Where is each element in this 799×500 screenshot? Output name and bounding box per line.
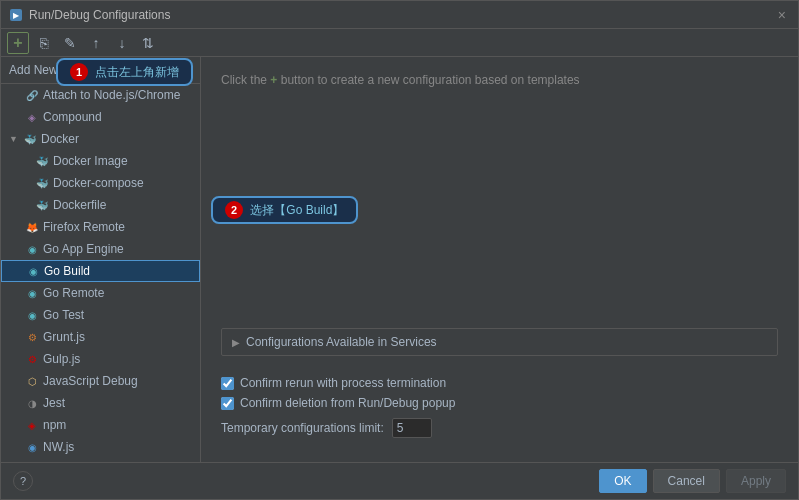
services-header[interactable]: ▶ Configurations Available in Services — [222, 329, 777, 355]
toolbar: + ⎘ ✎ ↑ ↓ ⇅ 1 点击左上角新增 — [1, 29, 798, 57]
bottom-options: Confirm rerun with process termination C… — [221, 368, 778, 446]
deletion-label: Confirm deletion from Run/Debug popup — [240, 396, 455, 410]
dialog-buttons: ? OK Cancel Apply — [1, 462, 798, 499]
list-item[interactable]: ◉ NW.js — [1, 436, 200, 458]
bottom-bar-left: ? — [13, 471, 593, 491]
apply-button[interactable]: Apply — [726, 469, 786, 493]
step2-callout: 2 选择【Go Build】 — [211, 196, 358, 224]
jest-icon: ◑ — [25, 396, 39, 410]
svg-text:▶: ▶ — [13, 11, 20, 20]
list-item[interactable]: ◈ Compound — [1, 106, 200, 128]
sort-button[interactable]: ⇅ — [137, 32, 159, 54]
copy-button[interactable]: ⎘ — [33, 32, 55, 54]
grunt-icon: ⚙ — [25, 330, 39, 344]
up-button[interactable]: ↑ — [85, 32, 107, 54]
list-item[interactable]: ◉ Go Test — [1, 304, 200, 326]
services-label: Configurations Available in Services — [246, 335, 437, 349]
list-item[interactable]: ⬡ JavaScript Debug — [1, 370, 200, 392]
go-test-icon: ◉ — [25, 308, 39, 322]
jsdebug-icon: ⬡ — [25, 374, 39, 388]
step1-callout: 1 点击左上角新增 — [56, 58, 193, 86]
dockerfile-icon: 🐳 — [35, 198, 49, 212]
deletion-checkbox[interactable] — [221, 397, 234, 410]
right-panel: Click the + button to create a new confi… — [201, 57, 798, 462]
cancel-button[interactable]: Cancel — [653, 469, 720, 493]
close-button[interactable]: × — [774, 7, 790, 23]
go-build-icon: ◉ — [26, 264, 40, 278]
attach-icon: 🔗 — [25, 88, 39, 102]
go-app-engine-icon: ◉ — [25, 242, 39, 256]
right-content: Click the + button to create a new confi… — [201, 57, 798, 462]
list-item[interactable]: 🐳 Dockerfile — [1, 194, 200, 216]
expand-icon: ▼ — [9, 134, 19, 144]
docker-compose-icon: 🐳 — [35, 176, 49, 190]
compound-icon: ◈ — [25, 110, 39, 124]
rerun-checkbox-row: Confirm rerun with process termination — [221, 376, 778, 390]
services-expand-icon: ▶ — [232, 337, 240, 348]
rerun-label: Confirm rerun with process termination — [240, 376, 446, 390]
tree-area: 🔗 Attach to Node.js/Chrome ◈ Compound ▼ … — [1, 84, 200, 462]
plus-icon: + — [270, 73, 277, 87]
main-area: Add New Configuration ≡ 🔗 Attach to Node… — [1, 57, 798, 462]
nwjs-icon: ◉ — [25, 440, 39, 454]
docker-icon: 🐳 — [23, 132, 37, 146]
list-item[interactable]: ⚙ Gulp.js — [1, 348, 200, 370]
temp-config-input[interactable] — [392, 418, 432, 438]
step2-circle: 2 — [225, 201, 243, 219]
list-item[interactable]: ⚙ Grunt.js — [1, 326, 200, 348]
ok-button[interactable]: OK — [599, 469, 646, 493]
list-item[interactable]: ▼ 🐳 Docker — [1, 128, 200, 150]
step1-circle: 1 — [70, 63, 88, 81]
npm-icon: ◈ — [25, 418, 39, 432]
rerun-checkbox[interactable] — [221, 377, 234, 390]
list-item[interactable]: ◉ Go App Engine — [1, 238, 200, 260]
edit-button[interactable]: ✎ — [59, 32, 81, 54]
list-item[interactable]: 🦊 Firefox Remote — [1, 216, 200, 238]
left-panel: Add New Configuration ≡ 🔗 Attach to Node… — [1, 57, 201, 462]
title-bar-left: ▶ Run/Debug Configurations — [9, 8, 170, 22]
go-remote-icon: ◉ — [25, 286, 39, 300]
help-button[interactable]: ? — [13, 471, 33, 491]
firefox-icon: 🦊 — [25, 220, 39, 234]
list-item[interactable]: ◈ npm — [1, 414, 200, 436]
window-icon: ▶ — [9, 8, 23, 22]
gulp-icon: ⚙ — [25, 352, 39, 366]
list-item[interactable]: 🐳 Docker-compose — [1, 172, 200, 194]
list-item[interactable]: 🔗 Attach to Node.js/Chrome — [1, 84, 200, 106]
go-build-item[interactable]: ◉ Go Build — [1, 260, 200, 282]
docker-image-icon: 🐳 — [35, 154, 49, 168]
list-item[interactable]: 🐳 Docker Image — [1, 150, 200, 172]
info-text: Click the + button to create a new confi… — [221, 73, 778, 87]
title-bar: ▶ Run/Debug Configurations × — [1, 1, 798, 29]
services-section: ▶ Configurations Available in Services — [221, 328, 778, 356]
list-item[interactable]: ◑ Jest — [1, 392, 200, 414]
temp-config-row: Temporary configurations limit: — [221, 418, 778, 438]
add-configuration-button[interactable]: + — [7, 32, 29, 54]
main-window: ▶ Run/Debug Configurations × + ⎘ ✎ ↑ ↓ ⇅… — [0, 0, 799, 500]
list-item[interactable]: ◉ Go Remote — [1, 282, 200, 304]
down-button[interactable]: ↓ — [111, 32, 133, 54]
window-title: Run/Debug Configurations — [29, 8, 170, 22]
deletion-checkbox-row: Confirm deletion from Run/Debug popup — [221, 396, 778, 410]
temp-config-label: Temporary configurations limit: — [221, 421, 384, 435]
